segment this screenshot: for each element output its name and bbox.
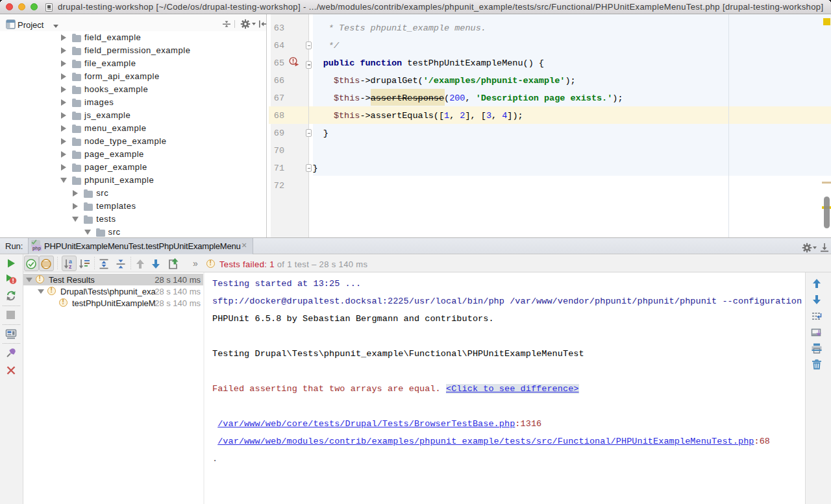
- svg-text:z: z: [69, 263, 71, 270]
